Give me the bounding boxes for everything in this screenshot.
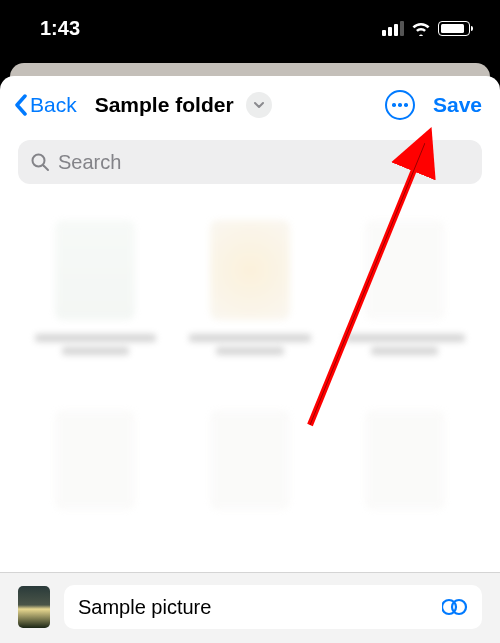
attachment-thumbnail[interactable] bbox=[18, 586, 50, 628]
chevron-left-icon bbox=[14, 94, 28, 116]
folder-title: Sample folder bbox=[95, 93, 234, 117]
search-bar[interactable] bbox=[18, 140, 482, 184]
time: 1:43 bbox=[40, 17, 80, 40]
file-item[interactable] bbox=[183, 220, 318, 390]
status-indicators bbox=[382, 21, 470, 36]
file-item[interactable] bbox=[337, 220, 472, 390]
file-item[interactable] bbox=[28, 220, 163, 390]
file-picker-sheet: Back Sample folder Save bbox=[0, 76, 500, 643]
file-item[interactable] bbox=[28, 410, 163, 572]
cellular-signal-icon bbox=[382, 21, 404, 36]
back-button[interactable]: Back bbox=[14, 93, 77, 117]
file-grid bbox=[0, 190, 500, 572]
search-icon bbox=[30, 152, 50, 172]
svg-point-3 bbox=[452, 600, 466, 614]
chevron-down-icon bbox=[253, 101, 265, 109]
battery-icon bbox=[438, 21, 470, 36]
file-item[interactable] bbox=[183, 410, 318, 572]
svg-line-1 bbox=[44, 166, 49, 171]
wifi-icon bbox=[411, 21, 431, 36]
ellipsis-icon bbox=[392, 103, 408, 107]
file-item[interactable] bbox=[337, 410, 472, 572]
status-bar: 1:43 bbox=[0, 0, 500, 56]
attachment-bar: Sample picture bbox=[0, 572, 500, 643]
search-input[interactable] bbox=[58, 151, 470, 174]
more-options-button[interactable] bbox=[385, 90, 415, 120]
navigation-bar: Back Sample folder Save bbox=[0, 76, 500, 130]
filename-text: Sample picture bbox=[78, 596, 211, 619]
back-label: Back bbox=[30, 93, 77, 117]
filename-field[interactable]: Sample picture bbox=[64, 585, 482, 629]
folder-dropdown-button[interactable] bbox=[246, 92, 272, 118]
svg-point-0 bbox=[33, 155, 45, 167]
save-button[interactable]: Save bbox=[433, 93, 482, 117]
clear-text-icon[interactable] bbox=[442, 597, 468, 617]
